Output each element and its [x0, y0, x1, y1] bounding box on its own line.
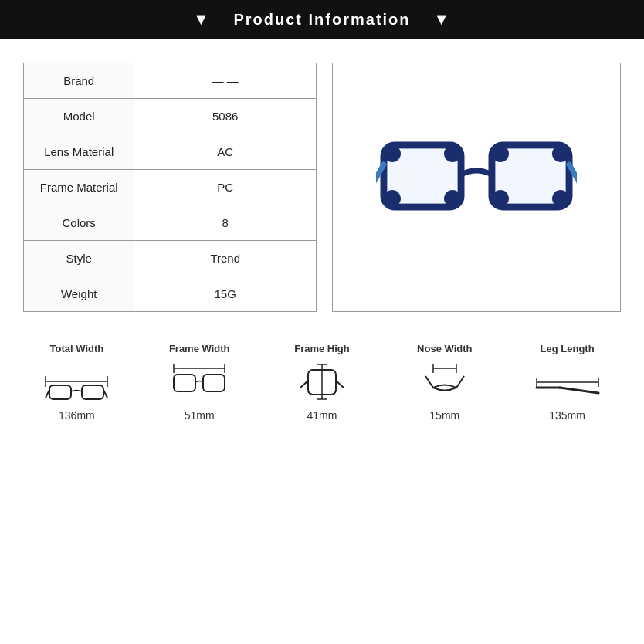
table-cell-value: Trend [134, 241, 317, 276]
table-row: Brand — — [24, 63, 317, 99]
product-info-header: ▼ Product Information ▼ [0, 0, 644, 39]
table-cell-value: PC [134, 170, 317, 205]
table-cell-label: Colors [24, 205, 134, 241]
table-cell-value: 5086 [134, 99, 317, 134]
dim-frame-high: Frame High 41mm [272, 343, 372, 422]
svg-rect-25 [203, 375, 225, 391]
product-info-table: Brand — — Model 5086 Lens Material AC Fr… [23, 63, 317, 312]
table-row: Weight 15G [24, 276, 317, 312]
table-cell-value: — — [134, 63, 317, 99]
nose-width-icon [410, 361, 480, 403]
table-row: Colors 8 [24, 205, 317, 241]
glasses-image-box [332, 63, 621, 312]
triangle-right-icon: ▼ [434, 11, 451, 28]
table-cell-label: Style [24, 241, 134, 276]
leg-length-icon [533, 361, 602, 403]
dim-total-width-label: Total Width [50, 343, 104, 354]
svg-line-39 [560, 388, 598, 393]
svg-rect-7 [552, 145, 569, 162]
dim-total-width-value: 136mm [59, 409, 95, 422]
table-cell-value: 8 [134, 205, 317, 241]
dim-total-width: Total Width 136mm [26, 343, 127, 422]
dim-frame-high-label: Frame High [294, 343, 350, 354]
svg-rect-6 [384, 145, 401, 162]
dim-leg-length-label: Leg Length [541, 343, 595, 354]
table-cell-label: Model [24, 99, 134, 134]
table-row: Lens Material AC [24, 134, 317, 170]
table-row: Frame Material PC [24, 170, 317, 205]
svg-rect-10 [384, 190, 401, 207]
svg-rect-12 [444, 190, 461, 207]
table-cell-label: Weight [24, 276, 134, 312]
dim-frame-width-value: 51mm [185, 409, 215, 422]
svg-rect-24 [174, 375, 195, 391]
dim-frame-width: Frame Width 51mm [149, 343, 249, 422]
table-cell-value: 15G [134, 276, 317, 312]
frame-width-icon [164, 361, 234, 403]
dim-leg-length: Leg Length 135mm [517, 343, 618, 422]
dim-leg-length-value: 135mm [549, 409, 585, 422]
svg-rect-13 [492, 190, 509, 207]
main-content: Brand — — Model 5086 Lens Material AC Fr… [0, 39, 644, 312]
svg-rect-8 [492, 145, 509, 162]
svg-line-30 [300, 381, 308, 388]
dim-nose-width-label: Nose Width [417, 343, 472, 354]
dimensions-section: Total Width 136mm Frame Width 51mm Fram [0, 312, 644, 437]
dim-nose-width: Nose Width 15mm [395, 343, 495, 422]
table-cell-label: Lens Material [24, 134, 134, 170]
frame-high-icon [287, 361, 357, 403]
table-row: Style Trend [24, 241, 317, 276]
triangle-left-icon: ▼ [193, 11, 210, 28]
table-cell-value: AC [134, 134, 317, 170]
table-row: Model 5086 [24, 99, 317, 134]
table-cell-label: Frame Material [24, 170, 134, 205]
svg-rect-18 [82, 385, 103, 399]
header-title: Product Information [233, 11, 410, 28]
dim-frame-width-label: Frame Width [169, 343, 230, 354]
table-cell-label: Brand [24, 63, 134, 99]
svg-rect-9 [552, 190, 569, 207]
total-width-icon [42, 361, 111, 403]
dim-frame-high-value: 41mm [307, 409, 337, 422]
svg-rect-11 [444, 145, 461, 162]
svg-line-31 [336, 381, 344, 388]
dim-nose-width-value: 15mm [429, 409, 459, 422]
glasses-image [376, 110, 577, 265]
svg-rect-17 [49, 385, 71, 399]
